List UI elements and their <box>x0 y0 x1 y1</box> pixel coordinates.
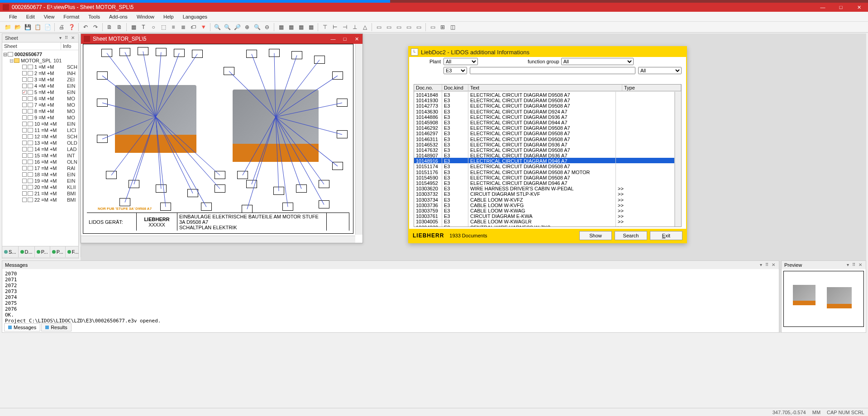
toolbar-btn-32[interactable]: ▦ <box>286 23 296 32</box>
toolbar-btn-46[interactable]: ▭ <box>414 23 423 32</box>
toolbar-btn-4[interactable]: 📄 <box>43 23 52 32</box>
tree-item-1[interactable]: 1 =M +MSCH <box>3 64 77 70</box>
type-select[interactable]: All <box>638 67 682 74</box>
toolbar-btn-37[interactable]: ⊢ <box>330 23 339 32</box>
tree-item-9[interactable]: 9 =M +MMO <box>3 114 77 121</box>
doc-row-10148907[interactable]: 10148907E3ELECTRICAL CIRCUIT DIAGRAM D93… <box>414 152 675 158</box>
grid-header[interactable]: Doc.no. Doc.kind Text Type <box>414 85 681 91</box>
menu-window[interactable]: Window <box>132 13 159 21</box>
menu-format[interactable]: Format <box>59 13 84 21</box>
doc-row-10303761[interactable]: 10303761E3CIRCUIT DIAGRAM E-KWA>> <box>414 213 675 218</box>
tree-item-16[interactable]: 16 =M +MOLN <box>3 159 77 165</box>
doc-row-10151174[interactable]: 10151174E3ELECTRICAL CIRCUIT DIAGRAM D95… <box>414 163 675 169</box>
doc-row-10147632[interactable]: 10147632E3ELECTRICAL CIRCUIT DIAGRAM D95… <box>414 147 675 152</box>
toolbar-btn-44[interactable]: ▭ <box>394 23 403 32</box>
kind-select[interactable]: E3 <box>444 67 467 74</box>
tree-item-11[interactable]: 11 =M +MLICI <box>3 127 77 133</box>
doc-row-10303732[interactable]: 10303732E3CIRCUIT DIAGRAM STLP-KVF>> <box>414 191 675 196</box>
toolbar-btn-45[interactable]: ▭ <box>404 23 413 32</box>
doc-row-10304032[interactable]: 10304032E3CENTRAL WIRE HARNESS W-ZKS>> <box>414 224 675 227</box>
panel-tab-2[interactable]: P... <box>35 246 50 257</box>
toolbar-btn-50[interactable]: ◫ <box>448 23 457 32</box>
grid-body[interactable]: 10141848E3ELECTRICAL CIRCUIT DIAGRAM D95… <box>414 92 675 227</box>
doc-row-10154590[interactable]: 10154590E3ELECTRICAL CIRCUIT DIAGRAM D95… <box>414 175 675 180</box>
tree-item-10[interactable]: 10 =M +MEIN <box>3 121 77 127</box>
tree-item-2[interactable]: 2 =M +MINH <box>3 70 77 76</box>
doc-row-10303734[interactable]: 10303734E3CABLE LOOM W-KVFZ>> <box>414 197 675 202</box>
toolbar-btn-12[interactable]: 🗎 <box>105 23 114 32</box>
tree-item-5[interactable]: 5 =M +MEIN <box>3 89 77 95</box>
sheet-tree[interactable]: ⊟0002650677⊟MOTOR_SPL1011 =M +MSCH2 =M +… <box>2 50 78 204</box>
menu-tools[interactable]: Tools <box>84 13 105 21</box>
toolbar-btn-7[interactable]: ❓ <box>67 23 76 32</box>
doc-row-10141930[interactable]: 10141930E3ELECTRICAL CIRCUIT DIAGRAM D95… <box>414 97 675 103</box>
tab-results[interactable]: Results <box>41 323 72 331</box>
doc-row-10303620[interactable]: 10303620E3WIRE HARNESS DRIVER'S CABIN W-… <box>414 185 675 191</box>
sheet-min-button[interactable]: — <box>327 36 339 42</box>
preview-thumbnail[interactable] <box>783 271 864 327</box>
menu-view[interactable]: View <box>39 13 59 21</box>
toolbar-btn-10[interactable]: ↷ <box>91 23 100 32</box>
doc-row-10144886[interactable]: 10144886E3ELECTRICAL CIRCUIT DIAGRAM D93… <box>414 114 675 119</box>
toolbar-btn-49[interactable]: ⊞ <box>438 23 447 32</box>
doc-row-10154952[interactable]: 10154952E3ELECTRICAL CIRCUIT DIAGRAM D94… <box>414 180 675 185</box>
doc-row-10151176[interactable]: 10151176E3ELECTRICAL CIRCUIT DIAGRAM D95… <box>414 169 675 175</box>
tree-item-22[interactable]: 22 =M +MBMI <box>3 197 77 203</box>
doc-row-10303759[interactable]: 10303759E3CABLE LOOM W-KWAG>> <box>414 208 675 213</box>
tree-item-7[interactable]: 7 =M +MMO <box>3 102 77 108</box>
tree-item-21[interactable]: 21 =M +MBMI <box>3 190 77 197</box>
panel-tab-0[interactable]: S... <box>2 246 19 257</box>
hdr-type[interactable]: Type <box>622 85 681 91</box>
sheet-window-titlebar[interactable]: Sheet MOTOR_SPL\5 — □ ✕ <box>81 34 362 44</box>
doc-row-10304005[interactable]: 10304005E3CABLE LOOM W-KWAGLR>> <box>414 218 675 224</box>
menu-edit[interactable]: Edit <box>22 13 39 21</box>
doc-row-10141848[interactable]: 10141848E3ELECTRICAL CIRCUIT DIAGRAM D95… <box>414 92 675 97</box>
doc-row-10143630[interactable]: 10143630E3ELECTRICAL CIRCUIT DIAGRAM D92… <box>414 109 675 114</box>
doc-row-10303736[interactable]: 10303736E3CABLE LOOM W-KVFG>> <box>414 202 675 208</box>
tree-item-13[interactable]: 13 =M +MOLD <box>3 140 77 146</box>
sheet-panel-controls[interactable]: ▾ ⠿ ✕ <box>59 35 76 41</box>
toolbar-btn-13[interactable]: 🗎 <box>115 23 124 32</box>
toolbar-btn-28[interactable]: 🔍 <box>253 23 262 32</box>
toolbar-btn-19[interactable]: ≡ <box>169 23 178 32</box>
toolbar-btn-20[interactable]: ≣ <box>179 23 188 32</box>
toolbar-btn-24[interactable]: 🔍 <box>213 23 222 32</box>
tree-item-20[interactable]: 20 =M +MKLII <box>3 184 77 190</box>
toolbar-btn-38[interactable]: ⊣ <box>340 23 349 32</box>
sheet-scrollbar-v[interactable] <box>355 44 362 235</box>
sheet-scrollbar-h[interactable] <box>81 236 355 243</box>
toolbar-btn-25[interactable]: 🔍 <box>223 23 232 32</box>
tree-root[interactable]: ⊟0002650677 <box>3 51 77 57</box>
toolbar-btn-18[interactable]: ⬚ <box>159 23 168 32</box>
fg-select[interactable]: All <box>561 58 634 65</box>
close-button[interactable]: ✕ <box>850 3 868 12</box>
toolbar-btn-15[interactable]: ▦ <box>129 23 138 32</box>
tree-item-4[interactable]: 4 =M +MEIN <box>3 83 77 89</box>
maximize-button[interactable]: □ <box>832 3 850 12</box>
toolbar-btn-34[interactable]: ▦ <box>306 23 315 32</box>
toolbar-btn-9[interactable]: ↶ <box>81 23 90 32</box>
toolbar-btn-29[interactable]: ⊖ <box>262 23 272 32</box>
sheet-close-button[interactable]: ✕ <box>351 36 362 42</box>
toolbar-btn-26[interactable]: 🔎 <box>233 23 242 32</box>
toolbar-btn-17[interactable]: ○ <box>149 23 158 32</box>
liebdoc-titlebar[interactable]: L LiebDoc2 - LIDOS additional Informatio… <box>409 47 686 57</box>
toolbar-btn-16[interactable]: T <box>139 23 148 32</box>
preview-controls[interactable]: ▾ ⠿ ✕ <box>847 262 863 268</box>
tree-item-15[interactable]: 15 =M +MINT <box>3 152 77 159</box>
toolbar-btn-48[interactable]: ▭ <box>428 23 437 32</box>
toolbar-btn-33[interactable]: ▦ <box>296 23 305 32</box>
tree-item-17[interactable]: 17 =M +MRAI <box>3 165 77 171</box>
tree-folder[interactable]: ⊟MOTOR_SPL101 <box>3 57 77 64</box>
menu-help[interactable]: Help <box>159 13 178 21</box>
toolbar-btn-22[interactable]: 🔻 <box>199 23 208 32</box>
tab-messages[interactable]: Messages <box>4 323 40 331</box>
hdr-kind[interactable]: Doc.kind <box>442 85 468 91</box>
tree-item-12[interactable]: 12 =M +MSCH <box>3 133 77 140</box>
menu-add-ons[interactable]: Add-ons <box>105 13 132 21</box>
show-button[interactable]: Show <box>579 231 612 240</box>
toolbar-btn-6[interactable]: 🖨 <box>57 23 66 32</box>
hdr-text[interactable]: Text <box>468 85 622 91</box>
text-filter-input[interactable] <box>470 67 635 74</box>
toolbar-btn-27[interactable]: ⊕ <box>243 23 252 32</box>
